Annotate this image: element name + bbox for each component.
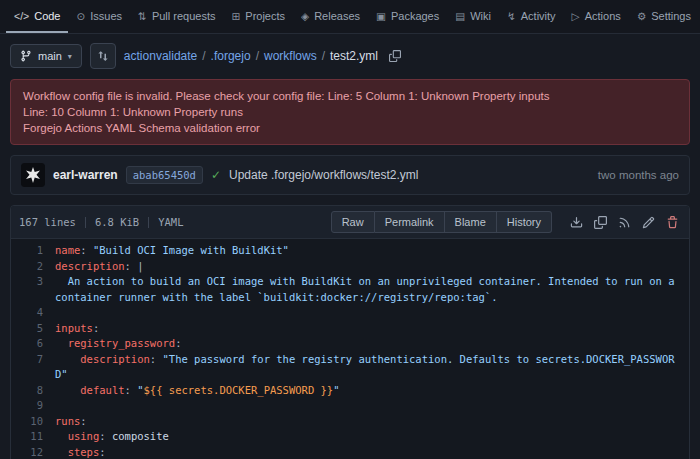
gear-icon: ⚙ bbox=[637, 10, 646, 22]
line-number[interactable]: 1 bbox=[11, 243, 55, 259]
package-icon: ▣ bbox=[376, 10, 386, 22]
line-number[interactable]: 3 bbox=[11, 274, 55, 305]
delete-icon[interactable] bbox=[666, 216, 679, 229]
line-number[interactable]: 10 bbox=[11, 414, 55, 430]
issue-icon: ⊙ bbox=[76, 10, 85, 22]
tab-releases[interactable]: ◈Releases bbox=[293, 0, 368, 33]
code-line: 1name: "Build OCI Image with BuildKit" bbox=[11, 243, 689, 259]
tab-pull-requests[interactable]: ⇅Pull requests bbox=[130, 0, 223, 33]
breadcrumb-link[interactable]: .forgejo bbox=[211, 49, 251, 63]
line-content: name: "Build OCI Image with BuildKit" bbox=[55, 243, 689, 259]
line-content: inputs: bbox=[55, 321, 689, 337]
tag-icon: ◈ bbox=[301, 10, 309, 22]
line-content bbox=[55, 398, 689, 414]
breadcrumb-separator: / bbox=[256, 49, 259, 63]
code-line: 9 bbox=[11, 398, 689, 414]
line-number[interactable]: 8 bbox=[11, 383, 55, 399]
tab-activity[interactable]: ↯Activity bbox=[499, 0, 564, 33]
workflow-error-banner: Workflow config file is invalid. Please … bbox=[10, 79, 690, 145]
divider bbox=[148, 217, 149, 228]
commit-author[interactable]: earl-warren bbox=[53, 168, 118, 182]
tab-label: Actions bbox=[585, 10, 621, 22]
breadcrumb-link[interactable]: actionvalidate bbox=[124, 49, 197, 63]
line-content: description: "The password for the regis… bbox=[55, 352, 689, 383]
tab-wiki[interactable]: ▤Wiki bbox=[447, 0, 499, 33]
file-action-icons bbox=[570, 216, 679, 229]
rss-icon[interactable] bbox=[618, 216, 631, 229]
breadcrumb-current-file: test2.yml bbox=[330, 49, 378, 63]
permalink-button[interactable]: Permalink bbox=[375, 211, 445, 233]
tab-label: Pull requests bbox=[152, 10, 216, 22]
project-icon: ⊞ bbox=[232, 10, 241, 22]
breadcrumb-separator: / bbox=[202, 49, 205, 63]
line-number[interactable]: 5 bbox=[11, 321, 55, 337]
arrows-switch-icon bbox=[97, 50, 109, 62]
book-icon: ▤ bbox=[455, 10, 465, 22]
commit-message[interactable]: Update .forgejo/workflows/test2.yml bbox=[229, 168, 418, 182]
blame-button[interactable]: Blame bbox=[445, 211, 497, 233]
line-content bbox=[55, 305, 689, 321]
file-toolbar: main ▾ actionvalidate/.forgejo/workflows… bbox=[0, 34, 700, 77]
tab-label: Packages bbox=[391, 10, 439, 22]
line-number[interactable]: 9 bbox=[11, 398, 55, 414]
top-nav: </>Code⊙Issues⇅Pull requests⊞Projects◈Re… bbox=[0, 0, 700, 34]
download-icon[interactable] bbox=[570, 216, 583, 229]
tab-label: Issues bbox=[90, 10, 122, 22]
tab-actions[interactable]: ▷Actions bbox=[564, 0, 629, 33]
tab-label: Settings bbox=[651, 10, 691, 22]
tab-label: Code bbox=[34, 10, 60, 22]
file-view: 167 lines 6.8 KiB YAML RawPermalinkBlame… bbox=[10, 205, 690, 459]
raw-button[interactable]: Raw bbox=[331, 211, 375, 233]
breadcrumb: actionvalidate/.forgejo/workflows/test2.… bbox=[124, 49, 378, 63]
line-number[interactable]: 11 bbox=[11, 429, 55, 445]
tab-packages[interactable]: ▣Packages bbox=[368, 0, 447, 33]
divider bbox=[85, 217, 86, 228]
code-line: 8 default: "${{ secrets.DOCKER_PASSWORD … bbox=[11, 383, 689, 399]
file-size: 6.8 KiB bbox=[95, 216, 139, 228]
tab-issues[interactable]: ⊙Issues bbox=[68, 0, 130, 33]
line-content: runs: bbox=[55, 414, 689, 430]
commit-status-check-icon[interactable]: ✓ bbox=[211, 168, 221, 182]
tab-projects[interactable]: ⊞Projects bbox=[224, 0, 294, 33]
line-content: default: "${{ secrets.DOCKER_PASSWORD }}… bbox=[55, 383, 689, 399]
line-number[interactable]: 7 bbox=[11, 352, 55, 383]
line-number[interactable]: 12 bbox=[11, 445, 55, 459]
tab-label: Wiki bbox=[470, 10, 491, 22]
file-view-buttons: RawPermalinkBlameHistory bbox=[331, 211, 552, 233]
file-info: 167 lines 6.8 KiB YAML bbox=[19, 216, 183, 228]
error-line: Line: 10 Column 1: Unknown Property runs bbox=[23, 104, 677, 120]
branch-selector[interactable]: main ▾ bbox=[10, 44, 82, 68]
breadcrumb-separator: / bbox=[322, 49, 325, 63]
line-number[interactable]: 6 bbox=[11, 336, 55, 352]
code-line: 5inputs: bbox=[11, 321, 689, 337]
avatar[interactable] bbox=[21, 163, 45, 187]
tab-code[interactable]: </>Code bbox=[6, 0, 68, 33]
line-content: using: composite bbox=[55, 429, 689, 445]
tab-settings[interactable]: ⚙Settings bbox=[629, 0, 699, 33]
code-line: 3 An action to build an OCI image with B… bbox=[11, 274, 689, 305]
history-button[interactable]: History bbox=[497, 211, 552, 233]
commit-hash-badge[interactable]: abab65450d bbox=[126, 166, 203, 184]
line-content: An action to build an OCI image with Bui… bbox=[55, 274, 689, 305]
edit-icon[interactable] bbox=[642, 216, 655, 229]
file-language: YAML bbox=[158, 216, 183, 228]
breadcrumb-link[interactable]: workflows bbox=[264, 49, 317, 63]
line-content: steps: bbox=[55, 445, 689, 459]
compare-branches-button[interactable] bbox=[90, 43, 116, 69]
code-icon: </> bbox=[14, 10, 29, 22]
error-line: Forgejo Actions YAML Schema validation e… bbox=[23, 120, 677, 136]
error-line: Workflow config file is invalid. Please … bbox=[23, 88, 677, 104]
line-number[interactable]: 4 bbox=[11, 305, 55, 321]
code-line: 7 description: "The password for the reg… bbox=[11, 352, 689, 383]
line-number[interactable]: 2 bbox=[11, 259, 55, 275]
branch-icon bbox=[20, 50, 32, 62]
file-header: 167 lines 6.8 KiB YAML RawPermalinkBlame… bbox=[11, 206, 689, 239]
pulse-icon: ↯ bbox=[507, 10, 516, 22]
copy-content-icon[interactable] bbox=[594, 216, 607, 229]
code-line: 10runs: bbox=[11, 414, 689, 430]
caret-down-icon: ▾ bbox=[68, 52, 72, 61]
branch-name: main bbox=[38, 50, 62, 62]
code-line: 11 using: composite bbox=[11, 429, 689, 445]
pull-request-icon: ⇅ bbox=[138, 10, 147, 22]
copy-path-button[interactable] bbox=[389, 50, 401, 62]
